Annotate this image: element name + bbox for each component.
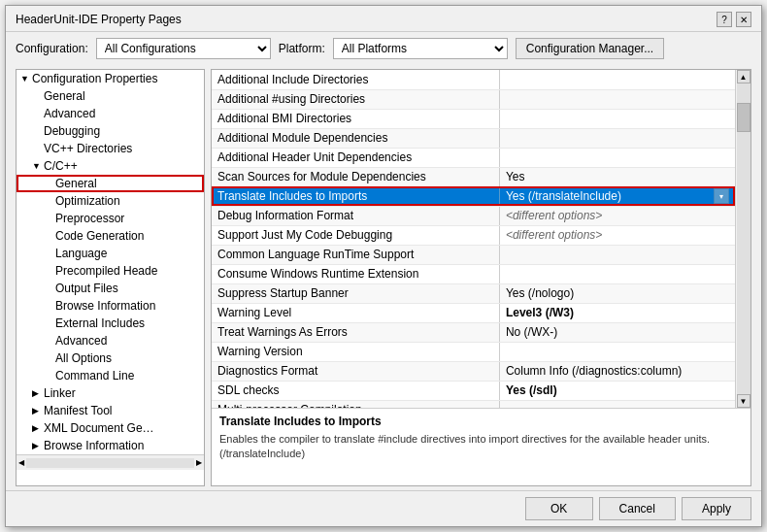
tree-item-label: All Options [55, 351, 112, 365]
tree-item-label: Advanced [44, 107, 95, 120]
table-row: Additional Module Dependencies [212, 128, 735, 148]
tree-item-browse-info[interactable]: ▶ Browse Information [17, 437, 204, 454]
table-row: Suppress Startup Banner Yes (/nologo) [212, 283, 735, 303]
tree-item-label: Configuration Properties [32, 72, 157, 85]
table-row: Additional BMI Directories [212, 109, 735, 128]
prop-value[interactable] [499, 89, 735, 109]
prop-value[interactable]: Yes [499, 167, 735, 186]
prop-value[interactable] [499, 148, 735, 167]
prop-name: Consume Windows Runtime Extension [212, 264, 499, 283]
description-title: Translate Includes to Imports [219, 415, 743, 428]
prop-name: Warning Level [212, 303, 499, 322]
table-row: Diagnostics Format Column Info (/diagnos… [212, 361, 735, 381]
prop-value[interactable]: Yes (/sdl) [499, 381, 735, 400]
props-vscrollbar[interactable]: ▲ ▼ [735, 70, 750, 408]
config-manager-button[interactable]: Configuration Manager... [516, 38, 664, 59]
prop-value[interactable] [499, 400, 735, 408]
table-row: SDL checks Yes (/sdl) [212, 381, 735, 400]
prop-name: Additional BMI Directories [212, 109, 499, 128]
prop-value[interactable]: Level3 (/W3) [499, 303, 735, 322]
scroll-down-arrow[interactable]: ▼ [737, 394, 750, 408]
tree-item-optimization[interactable]: Optimization [17, 192, 204, 210]
tree-item-label: Command Line [55, 369, 134, 382]
configuration-select[interactable]: All Configurations [96, 38, 271, 59]
main-content: ▼ Configuration Properties General Advan… [6, 65, 761, 490]
prop-name: Warning Version [212, 342, 499, 361]
prop-name: Treat Warnings As Errors [212, 322, 499, 342]
prop-name: Debug Information Format [212, 206, 499, 225]
platform-label: Platform: [279, 42, 325, 55]
tree-item-code-generation[interactable]: Code Generation [17, 227, 204, 245]
tree-item-advanced-top[interactable]: Advanced [17, 105, 204, 122]
tree-item-linker[interactable]: ▶ Linker [17, 384, 204, 402]
tree-item-preprocessor[interactable]: Preprocessor [17, 210, 204, 227]
table-row: Additional Include Directories [212, 70, 735, 89]
properties-table: Additional Include Directories Additiona… [212, 70, 735, 408]
table-row: Treat Warnings As Errors No (/WX-) [212, 322, 735, 342]
tree-item-label: C/C++ [44, 159, 78, 173]
tree-item-vc-directories[interactable]: VC++ Directories [17, 140, 204, 157]
apply-button[interactable]: Apply [682, 497, 751, 520]
tree-item-debugging[interactable]: Debugging [17, 122, 204, 140]
help-button[interactable]: ? [717, 12, 732, 27]
tree-item-external-includes[interactable]: External Includes [17, 315, 204, 332]
scroll-left-arrow[interactable]: ◀ [17, 458, 26, 467]
tree-item-advanced-cpp[interactable]: Advanced [17, 332, 204, 349]
tree-item-label: Manifest Tool [44, 404, 112, 417]
scroll-right-arrow[interactable]: ▶ [194, 458, 204, 467]
tree-item-general-top[interactable]: General [17, 87, 204, 105]
prop-value[interactable]: Column Info (/diagnostics:column) [499, 361, 735, 381]
prop-value[interactable]: Yes (/translateInclude) ▾ [499, 186, 735, 206]
tree-item-label: Linker [44, 386, 76, 400]
tree-item-manifest-tool[interactable]: ▶ Manifest Tool [17, 402, 204, 419]
prop-name: Additional Include Directories [212, 70, 499, 89]
platform-select[interactable]: All Platforms [333, 38, 508, 59]
tree-item-label: Browse Information [55, 299, 155, 313]
tree-item-all-options[interactable]: All Options [17, 349, 204, 367]
scroll-up-arrow[interactable]: ▲ [737, 70, 750, 83]
scroll-thumb[interactable] [737, 103, 750, 132]
prop-value-text: Yes (/translateInclude) [506, 189, 621, 203]
table-row: Support Just My Code Debugging <differen… [212, 225, 735, 245]
table-row: Additional Header Unit Dependencies [212, 148, 735, 167]
expand-icon: ▼ [32, 161, 44, 171]
ok-button[interactable]: OK [525, 497, 593, 520]
property-pages-dialog: HeaderUnit-IDE Property Pages ? ✕ Config… [5, 5, 762, 527]
prop-value[interactable] [499, 109, 735, 128]
tree-item-general-cpp[interactable]: General [17, 175, 204, 192]
cancel-button[interactable]: Cancel [599, 497, 676, 520]
tree-item-command-line[interactable]: Command Line [17, 367, 204, 384]
prop-name: Diagnostics Format [212, 361, 499, 381]
tree-item-configuration-properties[interactable]: ▼ Configuration Properties [17, 70, 204, 87]
expand-icon: ▶ [32, 388, 44, 398]
prop-value[interactable] [499, 264, 735, 283]
title-controls: ? ✕ [717, 12, 751, 27]
dropdown-arrow-icon[interactable]: ▾ [714, 188, 729, 204]
prop-value[interactable]: <different options> [499, 206, 735, 225]
tree-item-precompiled-headers[interactable]: Precompiled Heade [17, 262, 204, 280]
prop-value[interactable]: <different options> [499, 225, 735, 245]
tree-item-label: XML Document Genera [44, 421, 160, 435]
prop-value[interactable] [499, 128, 735, 148]
tree-item-cpp[interactable]: ▼ C/C++ [17, 157, 204, 175]
config-label: Configuration: [16, 42, 88, 55]
tree-hscrollbar[interactable]: ◀ ▶ [17, 454, 204, 470]
tree-item-label: Preprocessor [55, 212, 124, 225]
prop-value[interactable]: Yes (/nologo) [499, 283, 735, 303]
scroll-track [26, 458, 194, 468]
prop-value[interactable]: No (/WX-) [499, 322, 735, 342]
tree-item-label: Debugging [44, 124, 100, 138]
tree-item-output-files[interactable]: Output Files [17, 280, 204, 297]
tree-item-label: General [44, 89, 85, 103]
prop-name: Common Language RunTime Support [212, 245, 499, 264]
prop-value[interactable] [499, 342, 735, 361]
table-row-highlighted[interactable]: Translate Includes to Imports Yes (/tran… [212, 186, 735, 206]
tree-item-language[interactable]: Language [17, 245, 204, 262]
tree-item-browse-info-cpp[interactable]: Browse Information [17, 297, 204, 315]
close-button[interactable]: ✕ [736, 12, 751, 27]
expand-icon: ▶ [32, 423, 44, 433]
tree-item-xml-document[interactable]: ▶ XML Document Genera [17, 419, 204, 437]
prop-value[interactable] [499, 70, 735, 89]
prop-value[interactable] [499, 245, 735, 264]
tree-item-label: External Includes [55, 316, 145, 330]
